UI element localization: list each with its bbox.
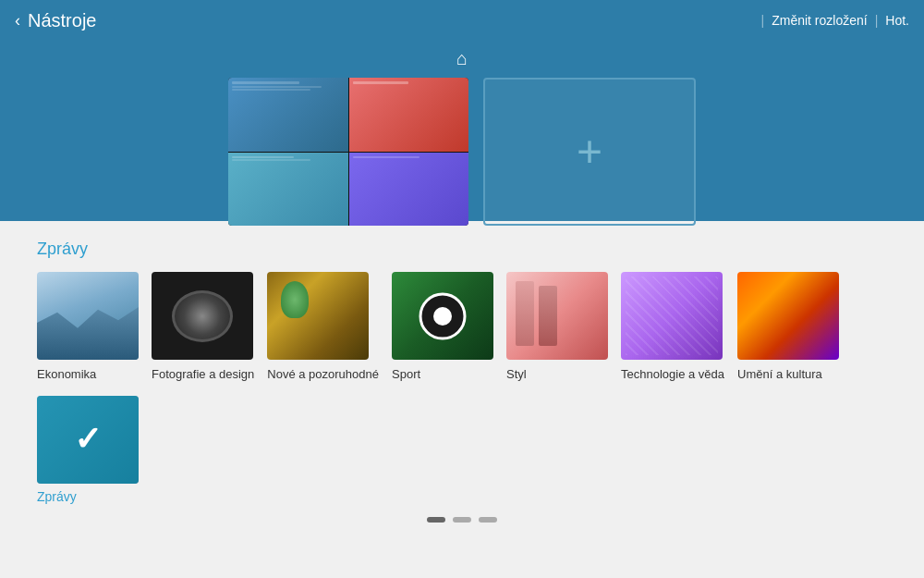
page-title: Nástroje — [28, 10, 96, 31]
header-left: ‹ Nástroje — [15, 10, 96, 31]
category-label-nove: Nové a pozoruhodné — [267, 367, 379, 383]
category-grid: Ekonomika Fotografie a design Nové a poz… — [37, 272, 887, 383]
category-thumb-umeni — [737, 272, 839, 360]
pagination-dot-3[interactable] — [479, 517, 497, 523]
pagination — [0, 504, 924, 523]
preview-inner — [228, 78, 468, 226]
selected-item-zpravy[interactable]: ✓ Zprávy — [37, 396, 139, 504]
home-icon[interactable]: ⌂ — [456, 48, 468, 69]
category-item-umeni[interactable]: Umění a kultura — [737, 272, 839, 383]
category-label-sport: Sport — [392, 367, 420, 383]
preview-cell-1 — [228, 78, 348, 152]
header: ‹ Nástroje | Změnit rozložení | Hot. — [0, 0, 924, 41]
category-label-technologie: Technologie a věda — [621, 367, 724, 383]
selected-thumb-zpravy: ✓ — [37, 396, 139, 484]
header-right: | Změnit rozložení | Hot. — [758, 13, 909, 28]
category-item-styl[interactable]: Styl — [506, 272, 608, 383]
category-thumb-ekonomika — [37, 272, 139, 360]
hot-button[interactable]: Hot. — [885, 13, 909, 28]
category-label-fotografie: Fotografie a design — [152, 367, 254, 383]
category-item-technologie[interactable]: Technologie a věda — [621, 272, 724, 383]
preview-cell-4 — [349, 153, 469, 227]
category-label-umeni: Umění a kultura — [737, 367, 822, 383]
category-item-ekonomika[interactable]: Ekonomika — [37, 272, 139, 383]
category-label-ekonomika: Ekonomika — [37, 367, 96, 383]
check-icon: ✓ — [74, 420, 102, 459]
category-thumb-nove — [267, 272, 369, 360]
preview-widget[interactable] — [228, 78, 468, 226]
selected-label-zpravy: Zprávy — [37, 489, 139, 504]
preview-cell-2 — [349, 78, 469, 152]
header-divider-2: | — [875, 13, 879, 28]
plus-icon: + — [577, 129, 602, 174]
category-item-nove[interactable]: Nové a pozoruhodné — [267, 272, 379, 383]
back-button[interactable]: ‹ — [15, 11, 20, 31]
banner-content: + — [0, 78, 924, 226]
banner-area: ⌂ — [0, 41, 924, 221]
selected-row: ✓ Zprávy — [0, 383, 924, 504]
preview-cell-3 — [228, 153, 348, 227]
category-thumb-sport — [392, 272, 493, 360]
add-widget-button[interactable]: + — [483, 78, 696, 226]
header-divider-1: | — [761, 13, 765, 28]
pagination-dot-2[interactable] — [453, 517, 471, 523]
section-title-zpravy: Zprávy — [37, 240, 887, 259]
category-thumb-fotografie — [152, 272, 253, 360]
pagination-dot-1[interactable] — [427, 517, 445, 523]
category-item-sport[interactable]: Sport — [392, 272, 493, 383]
category-item-fotografie[interactable]: Fotografie a design — [152, 272, 254, 383]
category-thumb-technologie — [621, 272, 723, 360]
main-content: Zprávy Ekonomika Fotografie a design Nov… — [0, 221, 924, 383]
change-layout-button[interactable]: Změnit rozložení — [772, 13, 867, 28]
category-label-styl: Styl — [506, 367, 527, 383]
category-thumb-styl — [506, 272, 608, 360]
